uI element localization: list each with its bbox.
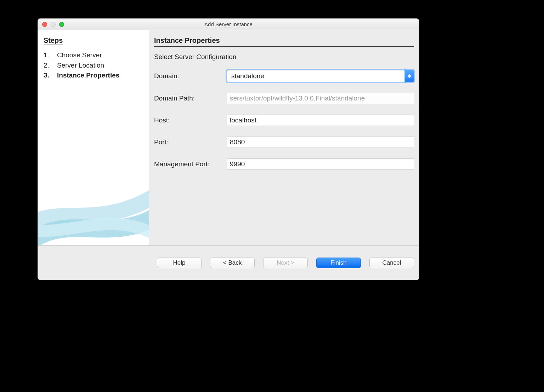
combobox-stepper-icon[interactable]: [405, 70, 414, 82]
label-port: Port:: [154, 138, 227, 146]
minimize-icon: [51, 22, 56, 27]
window-controls: [42, 22, 64, 27]
steps-heading: Steps: [44, 36, 145, 45]
steps-list: 1. Choose Server 2. Server Location 3. I…: [42, 50, 145, 81]
management-port-field[interactable]: [227, 158, 414, 170]
next-button: Next >: [263, 258, 308, 268]
domain-combobox-input[interactable]: [227, 70, 405, 82]
step-number: 2.: [44, 60, 51, 71]
row-port: Port:: [154, 137, 414, 148]
step-label: Choose Server: [57, 50, 102, 60]
label-host: Host:: [154, 116, 227, 124]
step-item: 1. Choose Server: [44, 50, 145, 60]
zoom-icon[interactable]: [59, 22, 64, 27]
host-field[interactable]: [227, 115, 414, 126]
main-panel: Instance Properties Select Server Config…: [149, 30, 419, 245]
help-button[interactable]: Help: [157, 258, 202, 268]
chevron-up-icon: [408, 74, 411, 76]
dialog-footer: Help < Back Next > Finish Cancel: [38, 245, 419, 280]
back-button[interactable]: < Back: [210, 258, 255, 268]
label-management-port: Management Port:: [154, 160, 227, 168]
close-icon[interactable]: [42, 22, 47, 27]
row-domain-path: Domain Path:: [154, 93, 414, 104]
step-item: 2. Server Location: [44, 60, 145, 71]
row-host: Host:: [154, 115, 414, 126]
cancel-button[interactable]: Cancel: [369, 258, 414, 268]
main-heading: Instance Properties: [154, 36, 414, 47]
dialog-window: Add Server Instance Steps 1. Choose Serv…: [38, 18, 419, 280]
steps-sidebar: Steps 1. Choose Server 2. Server Locatio…: [38, 30, 149, 245]
domain-combobox[interactable]: [227, 70, 414, 82]
titlebar: Add Server Instance: [38, 19, 419, 30]
step-number: 3.: [44, 70, 51, 81]
finish-button[interactable]: Finish: [316, 258, 361, 268]
step-label: Instance Properties: [57, 70, 119, 81]
decorative-wave-graphic: [38, 167, 149, 245]
row-management-port: Management Port:: [154, 158, 414, 170]
step-item-current: 3. Instance Properties: [44, 70, 145, 81]
step-label: Server Location: [57, 60, 104, 71]
subheading: Select Server Configuration: [154, 53, 414, 61]
row-domain: Domain:: [154, 70, 414, 82]
step-number: 1.: [44, 50, 51, 60]
label-domain: Domain:: [154, 72, 227, 80]
port-field[interactable]: [227, 137, 414, 148]
chevron-down-icon: [408, 76, 411, 78]
domain-path-field: [227, 93, 414, 104]
window-title: Add Server Instance: [38, 21, 419, 27]
label-domain-path: Domain Path:: [154, 94, 227, 102]
